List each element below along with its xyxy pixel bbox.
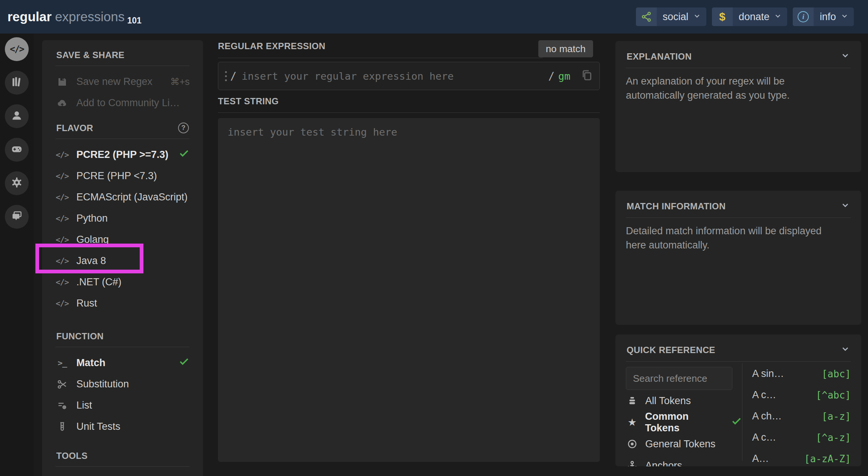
logo-word-regular: regular <box>7 9 52 24</box>
left-sidebar-panel: SAVE & SHARE Save new Regex ⌘+s Add to C… <box>42 40 203 476</box>
flavor-item-pcre2[interactable]: </> PCRE2 (PHP >=7.3) <box>56 144 190 165</box>
close-delimiter: / <box>548 70 555 82</box>
donate-menu-label: donate <box>733 11 774 23</box>
flavor-section-title: FLAVOR ? <box>56 123 190 139</box>
quick-reference-card: QUICK REFERENCE All Tokens ★ Common Toke… <box>615 334 861 466</box>
code-icon: </> <box>56 193 69 202</box>
feedback-icon <box>10 210 23 224</box>
rail-item-library[interactable] <box>5 71 29 95</box>
rail-item-editor[interactable]: </> <box>5 37 29 61</box>
tools-item-code-generator[interactable]: Code Generator <box>56 472 190 476</box>
gamepad-icon <box>10 143 23 157</box>
regex-flags[interactable]: gm <box>558 70 570 82</box>
test-string-title: TEST STRING <box>218 96 279 106</box>
check-icon <box>178 356 190 370</box>
drag-handle-icon[interactable] <box>225 70 227 82</box>
copy-icon[interactable] <box>581 69 593 83</box>
left-icon-rail: </> <box>0 34 34 476</box>
rail-item-settings[interactable] <box>5 171 29 195</box>
flavor-item-java8[interactable]: </> Java 8 <box>56 250 190 272</box>
flavor-item-python[interactable]: </> Python <box>56 208 190 229</box>
tokens-stack-icon <box>626 395 639 406</box>
code-icon: </> <box>56 278 69 287</box>
match-information-body: Detailed match information will be displ… <box>626 224 842 252</box>
flavor-rows: </> PCRE2 (PHP >=7.3) </> PCRE (PHP <7.3… <box>56 144 190 314</box>
explanation-card: EXPLANATION An explanation of your regex… <box>615 41 861 172</box>
add-to-community-label: Add to Community Li… <box>76 97 180 109</box>
category-general-tokens[interactable]: General Tokens <box>626 433 742 455</box>
flavor-item-pcre[interactable]: </> PCRE (PHP <7.3) <box>56 165 190 187</box>
regex-section-title: REGULAR EXPRESSION <box>218 41 326 51</box>
chevron-down-icon <box>840 11 849 23</box>
test-string-placeholder: insert your test string here <box>228 126 397 138</box>
token-value: [a-z] <box>822 411 851 422</box>
function-item-substitution[interactable]: Substitution <box>56 374 190 395</box>
token-description: A c… <box>752 432 776 443</box>
flavor-item-rust[interactable]: </> Rust <box>56 293 190 314</box>
function-item-unit-tests[interactable]: Unit Tests <box>56 416 190 437</box>
token-value: [abc] <box>822 368 851 380</box>
code-icon: </> <box>10 44 23 54</box>
chevron-down-icon <box>774 11 782 23</box>
terminal-icon: >_ <box>56 358 69 368</box>
rail-item-feedback[interactable] <box>5 205 29 229</box>
category-all-tokens[interactable]: All Tokens <box>626 390 742 412</box>
token-value: [^a-z] <box>816 432 851 443</box>
token-row[interactable]: A c… [^a-z] <box>752 427 851 448</box>
logo-word-expressions: expressions <box>55 9 125 24</box>
token-value: [^abc] <box>816 390 851 401</box>
flavor-item-ecmascript[interactable]: </> ECMAScript (JavaScript) <box>56 187 190 208</box>
match-information-card: MATCH INFORMATION Detailed match informa… <box>615 191 861 325</box>
token-row[interactable]: A c… [^abc] <box>752 384 851 406</box>
match-information-header: MATCH INFORMATION <box>626 200 851 218</box>
regex-section-header: REGULAR EXPRESSION no match <box>218 41 600 58</box>
token-row[interactable]: A… [a-zA-Z] <box>752 448 851 466</box>
social-menu-button[interactable]: social <box>636 7 706 26</box>
site-logo[interactable]: regular expressions 101 <box>7 9 142 24</box>
list-settings-icon <box>56 400 69 411</box>
save-new-regex-button[interactable]: Save new Regex ⌘+s <box>56 71 190 92</box>
category-anchors[interactable]: Anchors <box>626 455 742 466</box>
token-description: A ch… <box>752 410 782 422</box>
token-row[interactable]: A sin… [abc] <box>752 363 851 384</box>
test-string-header: TEST STRING <box>218 96 600 113</box>
function-item-match[interactable]: >_ Match <box>56 352 190 374</box>
reference-search-input[interactable] <box>626 367 732 390</box>
cloud-upload-icon <box>56 98 69 109</box>
header-divider <box>218 112 600 113</box>
collapse-chevron-icon[interactable] <box>840 200 850 212</box>
save-icon <box>56 76 69 88</box>
explanation-header: EXPLANATION <box>626 51 851 68</box>
donate-menu-button[interactable]: $ donate <box>712 7 788 26</box>
collapse-chevron-icon[interactable] <box>840 51 850 63</box>
category-common-tokens[interactable]: ★ Common Tokens <box>626 412 742 433</box>
dollar-icon: $ <box>712 7 733 26</box>
chevron-down-icon <box>693 11 701 23</box>
code-icon: </> <box>56 214 69 223</box>
flavor-item-golang[interactable]: </> Golang <box>56 229 190 250</box>
info-menu-button[interactable]: i info <box>793 7 854 26</box>
code-icon: </> <box>56 235 69 244</box>
rail-item-playground[interactable] <box>5 138 29 162</box>
token-description: A… <box>752 453 769 464</box>
question-icon[interactable]: ? <box>178 123 189 133</box>
add-to-community-button[interactable]: Add to Community Li… <box>56 92 190 114</box>
function-item-list[interactable]: List <box>56 395 190 416</box>
regex-input[interactable]: / insert your regular expression here / … <box>218 62 600 90</box>
token-description: A sin… <box>752 368 784 380</box>
tools-section-title: TOOLS <box>56 451 190 467</box>
code-icon: </> <box>56 150 69 159</box>
token-row[interactable]: A ch… [a-z] <box>752 406 851 427</box>
rail-item-account[interactable] <box>5 104 29 128</box>
anchor-icon <box>626 460 639 466</box>
test-string-input[interactable]: insert your test string here <box>218 118 600 462</box>
flavor-item-dotnet[interactable]: </> .NET (C#) <box>56 272 190 293</box>
library-icon <box>10 76 23 90</box>
code-icon: </> <box>56 257 69 266</box>
collapse-chevron-icon[interactable] <box>840 344 850 356</box>
scissors-icon <box>56 379 69 390</box>
account-icon <box>10 109 23 123</box>
match-information-title: MATCH INFORMATION <box>627 201 726 212</box>
explanation-title: EXPLANATION <box>627 51 692 62</box>
social-menu-label: social <box>657 11 693 23</box>
